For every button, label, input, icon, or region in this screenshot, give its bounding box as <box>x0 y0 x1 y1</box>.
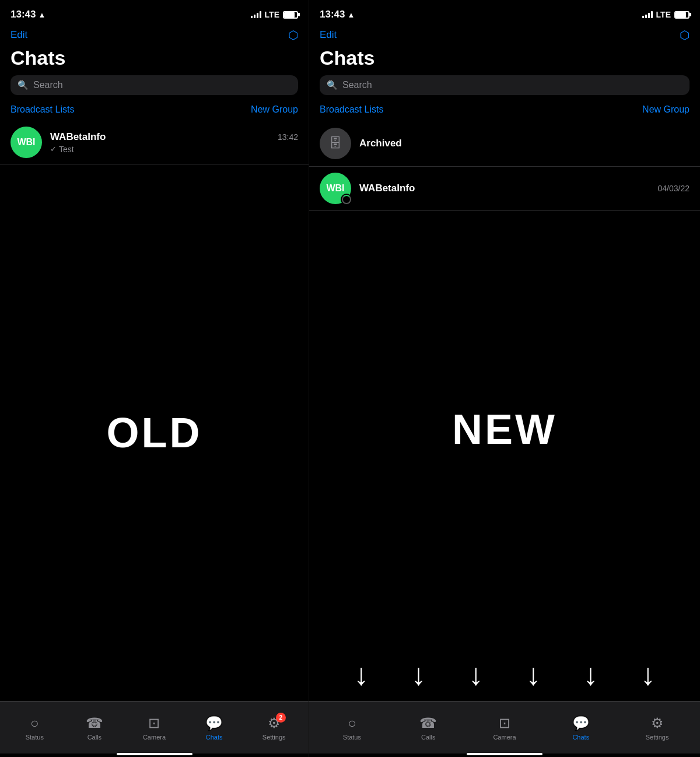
left-wabetainfo-preview-text: Test <box>59 145 74 154</box>
location-arrow-icon: ▲ <box>38 10 46 19</box>
left-tab-status[interactable]: ○ Status <box>5 709 65 741</box>
right-tab-status[interactable]: ○ Status <box>314 709 390 741</box>
right-settings-icon: ⚙ <box>651 715 664 731</box>
right-wabetainfo-name: WABetaInfo <box>359 183 415 194</box>
left-signal-icon <box>251 11 261 18</box>
right-home-indicator <box>309 754 700 757</box>
left-compose-icon[interactable]: ⬡ <box>288 28 298 42</box>
left-status-right: LTE <box>251 10 298 19</box>
left-tab-calls[interactable]: ☎ Calls <box>65 709 125 741</box>
left-tab-bar: ○ Status ☎ Calls ⊡ Camera 💬 Chats 2 ⚙ Se… <box>0 701 309 754</box>
left-phone-panel: 13:43 ▲ LTE Edit ⬡ Chats 🔍 Search Broadc… <box>0 0 309 757</box>
left-home-indicator <box>0 754 309 757</box>
left-tab-chats[interactable]: 💬 Chats <box>184 709 244 741</box>
right-chats-icon: 💬 <box>572 715 590 731</box>
right-home-bar <box>467 753 542 755</box>
left-tab-settings[interactable]: 2 ⚙ Settings <box>244 709 304 741</box>
right-spinner-ring <box>342 195 351 204</box>
left-wabetainfo-avatar-text: WBI <box>17 137 35 148</box>
right-new-label: NEW <box>452 405 557 453</box>
left-search-icon: 🔍 <box>18 80 29 90</box>
right-status-icon: ○ <box>348 715 356 731</box>
right-battery-icon <box>674 11 690 19</box>
left-wabetainfo-name: WABetaInfo <box>50 131 106 143</box>
left-chat-wabetainfo[interactable]: WBI WABetaInfo 13:42 ✓ Test <box>0 121 309 164</box>
right-signal-bar-3 <box>648 13 650 18</box>
left-lte-label: LTE <box>265 10 279 19</box>
right-status-bar: 13:43 ▲ LTE <box>309 0 700 26</box>
right-phone-panel: 13:43 ▲ LTE Edit ⬡ Chats 🔍 Search Broadc… <box>309 0 700 757</box>
right-wabetainfo-info: WABetaInfo 04/03/22 <box>359 183 690 194</box>
left-old-label: OLD <box>107 409 202 457</box>
right-archived-label: Archived <box>359 138 402 149</box>
left-settings-badge: 2 <box>276 713 286 723</box>
right-signal-icon <box>642 11 653 18</box>
left-calls-label: Calls <box>88 734 102 741</box>
left-check-icon: ✓ <box>50 145 57 153</box>
left-tab-camera[interactable]: ⊡ Camera <box>124 709 184 741</box>
signal-bar-3 <box>257 13 258 18</box>
right-tab-calls[interactable]: ☎ Calls <box>390 709 467 741</box>
right-new-group-button[interactable]: New Group <box>642 104 690 115</box>
left-broadcast-button[interactable]: Broadcast Lists <box>10 104 74 115</box>
left-chats-icon: 💬 <box>205 715 223 731</box>
right-label-area: NEW <box>309 211 700 647</box>
right-calls-label: Calls <box>421 734 435 741</box>
right-time-text: 13:43 <box>320 9 345 20</box>
right-archive-icon: 🗄 <box>329 136 342 151</box>
right-search-bar[interactable]: 🔍 Search <box>320 75 690 95</box>
right-search-icon: 🔍 <box>327 80 338 90</box>
right-chats-label: Chats <box>572 734 589 741</box>
left-wabetainfo-avatar: WBI <box>10 127 42 158</box>
left-settings-label: Settings <box>262 734 286 741</box>
right-signal-bar-4 <box>651 11 653 18</box>
right-settings-label: Settings <box>646 734 669 741</box>
right-tab-settings[interactable]: ⚙ Settings <box>619 709 695 741</box>
right-signal-bar-2 <box>645 15 647 18</box>
right-action-row: Broadcast Lists New Group <box>309 102 700 121</box>
right-calls-icon: ☎ <box>419 715 437 731</box>
right-arrow-6: ↓ <box>640 659 656 689</box>
left-camera-icon: ⊡ <box>148 715 160 731</box>
right-signal-bar-1 <box>642 16 644 18</box>
left-search-bar[interactable]: 🔍 Search <box>10 75 298 95</box>
left-status-bar: 13:43 ▲ LTE <box>0 0 309 26</box>
right-compose-icon[interactable]: ⬡ <box>680 28 690 42</box>
left-wabetainfo-info: WABetaInfo 13:42 ✓ Test <box>50 131 298 154</box>
right-arrow-1: ↓ <box>354 659 369 689</box>
left-battery-fill <box>284 12 295 17</box>
left-label-area: OLD <box>0 164 309 701</box>
right-status-right: LTE <box>642 10 690 19</box>
left-wabetainfo-preview: ✓ Test <box>50 145 298 154</box>
left-new-group-button[interactable]: New Group <box>251 104 298 115</box>
left-time: 13:43 ▲ <box>10 9 46 20</box>
right-battery-fill <box>676 12 686 17</box>
right-arrow-2: ↓ <box>411 659 426 689</box>
right-wabetainfo-avatar: WBI <box>320 173 351 204</box>
left-chats-label: Chats <box>206 734 223 741</box>
right-arrows-area: ↓ ↓ ↓ ↓ ↓ ↓ <box>309 647 700 701</box>
left-wabetainfo-name-row: WABetaInfo 13:42 <box>50 131 298 143</box>
right-camera-icon: ⊡ <box>499 715 510 731</box>
right-lte-label: LTE <box>656 10 671 19</box>
right-arrow-4: ↓ <box>526 659 541 689</box>
left-time-text: 13:43 <box>10 9 36 20</box>
right-camera-label: Camera <box>493 734 516 741</box>
right-archived-row[interactable]: 🗄 Archived <box>309 121 700 167</box>
right-tab-bar: ○ Status ☎ Calls ⊡ Camera 💬 Chats ⚙ Sett… <box>309 701 700 754</box>
right-edit-button[interactable]: Edit <box>320 29 337 41</box>
right-tab-chats[interactable]: 💬 Chats <box>542 709 619 741</box>
right-arrow-5: ↓ <box>583 659 598 689</box>
right-wabetainfo-time: 04/03/22 <box>658 184 690 193</box>
right-archive-icon-wrap: 🗄 <box>320 128 351 159</box>
left-status-label: Status <box>26 734 44 741</box>
left-battery-icon <box>283 11 298 19</box>
left-edit-button[interactable]: Edit <box>10 29 27 41</box>
left-home-bar <box>117 753 192 755</box>
right-location-arrow-icon: ▲ <box>347 10 355 19</box>
left-wabetainfo-time: 13:42 <box>278 132 298 142</box>
right-tab-camera[interactable]: ⊡ Camera <box>467 709 543 741</box>
right-broadcast-button[interactable]: Broadcast Lists <box>320 104 383 115</box>
right-chat-wabetainfo[interactable]: WBI WABetaInfo 04/03/22 <box>309 167 700 211</box>
left-status-icon: ○ <box>30 715 39 731</box>
